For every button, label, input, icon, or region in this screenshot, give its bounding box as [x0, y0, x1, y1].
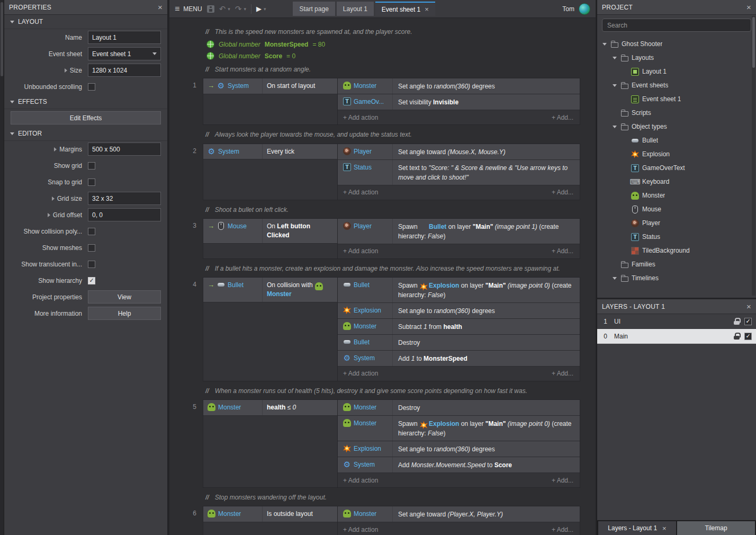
checkbox-unbounded-scrolling[interactable] [88, 83, 95, 91]
object-name[interactable]: Monster [354, 403, 376, 411]
text-part[interactable]: Explosion [429, 420, 459, 427]
section-header-effects[interactable]: EFFECTS [4, 95, 167, 109]
event-comment[interactable]: //Shoot a bullet on left click. [205, 206, 583, 214]
input-grid-size[interactable] [88, 192, 161, 205]
action-row[interactable]: MonsterSet angle toward (Player.X, Playe… [338, 506, 580, 522]
close-icon[interactable]: × [425, 5, 429, 13]
add-action-link[interactable]: + Add action [343, 189, 378, 196]
object-name[interactable]: System [228, 82, 249, 90]
tree-item-mouse[interactable]: Mouse [597, 202, 756, 216]
save-icon[interactable] [207, 5, 214, 13]
edit-effects-button[interactable]: Edit Effects [11, 111, 161, 124]
tree-item-ghost-shooter[interactable]: Ghost Shooter [597, 37, 756, 51]
scrollbar-thumb[interactable] [752, 17, 755, 68]
action-row[interactable]: MonsterSet angle to random(360) degrees [338, 78, 580, 94]
user-avatar[interactable] [579, 3, 590, 15]
event-comment[interactable]: //Stop monsters wandering off the layout… [205, 493, 583, 502]
event-comment[interactable]: //Always look the player towards the mou… [205, 130, 583, 139]
action-row[interactable]: PlayerSet angle toward (Mouse.X, Mouse.Y… [338, 144, 580, 160]
lock-icon[interactable] [734, 333, 740, 340]
checkbox-show-hierarchy[interactable]: ✓ [88, 277, 95, 284]
object-name[interactable]: Monster [354, 419, 376, 427]
object-name[interactable]: Monster [354, 82, 376, 90]
event-number[interactable]: 6 [169, 506, 203, 535]
condition-cell[interactable]: SystemEvery tick [203, 144, 337, 159]
add-action-link[interactable]: + Add action [343, 114, 378, 121]
action-row[interactable]: SystemAdd Monster.Movement.Speed to Scor… [338, 457, 580, 473]
expander-icon[interactable] [611, 277, 618, 280]
add-link[interactable]: + Add... [552, 114, 573, 121]
tree-item-layout-1[interactable]: Layout 1 [597, 65, 756, 78]
tree-item-gameovertext[interactable]: GameOverText [597, 161, 756, 175]
help-button[interactable]: Help [88, 307, 161, 320]
expander-icon[interactable] [601, 43, 608, 46]
expander-icon[interactable] [611, 57, 618, 59]
global-variable[interactable]: Global number MonsterSpeed = 80 [206, 40, 583, 48]
add-action-link[interactable]: + Add action [343, 526, 378, 533]
tree-item-player[interactable]: Player [597, 216, 756, 230]
undo-icon[interactable]: ↶ [219, 4, 226, 14]
tree-item-bullet[interactable]: Bullet [597, 133, 756, 147]
add-link[interactable]: + Add... [552, 477, 573, 484]
close-icon[interactable]: × [662, 524, 667, 532]
action-row[interactable]: ExplosionSet angle to random(360) degree… [338, 303, 580, 319]
condition-cell[interactable]: →SystemOn start of layout [203, 78, 337, 94]
close-icon[interactable]: × [158, 3, 163, 11]
action-row[interactable]: BulletSpawn Explosion on layer "Main" (i… [338, 278, 580, 303]
object-name[interactable]: Explosion [354, 306, 381, 314]
tree-item-status[interactable]: Status [597, 230, 756, 244]
tree-item-families[interactable]: Families [597, 257, 756, 271]
event-number[interactable]: 3 [169, 218, 203, 259]
input-name[interactable] [88, 31, 161, 44]
tree-item-keyboard[interactable]: Keyboard [597, 175, 756, 189]
global-variable[interactable]: Global number Score = 0 [206, 52, 583, 60]
add-link[interactable]: + Add... [552, 370, 573, 377]
undo-caret-icon[interactable]: ▾ [228, 6, 230, 12]
text-part[interactable]: Explosion [429, 282, 459, 289]
tree-item-layouts[interactable]: Layouts [597, 51, 756, 65]
tree-item-monster[interactable]: Monster [597, 189, 756, 202]
close-icon[interactable]: × [746, 302, 751, 310]
select-event-sheet[interactable]: Event sheet 1 [88, 47, 161, 60]
tree-item-event-sheets[interactable]: Event sheets [597, 78, 756, 92]
action-row[interactable]: PlayerSpawn Bullet on layer "Main" (imag… [338, 219, 580, 244]
checkbox-snap-to-grid[interactable] [88, 179, 95, 186]
visibility-checkbox[interactable]: ✓ [744, 318, 752, 325]
project-scrollbar[interactable] [752, 16, 755, 296]
object-name[interactable]: System [218, 147, 239, 155]
input-grid-offset[interactable] [88, 208, 161, 221]
object-name[interactable]: Player [354, 147, 372, 155]
object-name[interactable]: System [354, 460, 375, 468]
tree-item-object-types[interactable]: Object types [597, 120, 756, 133]
tree-item-explosion[interactable]: Explosion [597, 147, 756, 161]
event-number[interactable]: 1 [169, 78, 203, 125]
add-link[interactable]: + Add... [552, 526, 573, 533]
visibility-checkbox[interactable]: ✓ [744, 333, 752, 340]
play-caret-icon[interactable]: ▾ [264, 6, 266, 12]
text-part[interactable]: Monster [267, 290, 292, 298]
menu-button[interactable]: ≡ MENU [175, 4, 202, 14]
object-name[interactable]: Explosion [354, 444, 381, 452]
event-number[interactable]: 5 [169, 399, 203, 488]
tab-layout-1[interactable]: Layout 1 [337, 2, 374, 16]
action-row[interactable]: MonsterDestroy [338, 400, 580, 416]
redo-caret-icon[interactable]: ▾ [244, 6, 246, 12]
add-action-link[interactable]: + Add action [343, 370, 378, 377]
object-name[interactable]: Monster [354, 510, 376, 518]
tab-event-sheet-1[interactable]: Event sheet 1× [375, 2, 435, 16]
object-name[interactable]: Monster [354, 322, 376, 330]
redo-icon[interactable]: ↷ [235, 4, 242, 14]
expander-icon[interactable] [611, 126, 618, 128]
panel-tab-tilemap[interactable]: Tilemap [677, 521, 755, 535]
close-icon[interactable]: × [746, 3, 751, 11]
tab-start-page[interactable]: Start page [293, 2, 335, 16]
expander-icon[interactable] [611, 84, 618, 87]
add-link[interactable]: + Add... [552, 247, 573, 255]
object-name[interactable]: Bullet [354, 338, 370, 346]
event-number[interactable]: 4 [169, 277, 203, 381]
action-row[interactable]: StatusSet text to "Score: " & Score & ne… [338, 160, 580, 185]
action-row[interactable]: SystemAdd 1 to MonsterSpeed [338, 351, 580, 367]
lock-icon[interactable] [734, 318, 740, 325]
section-header-layout[interactable]: LAYOUT [4, 15, 167, 29]
layer-row-main[interactable]: 0Main✓ [597, 329, 756, 344]
